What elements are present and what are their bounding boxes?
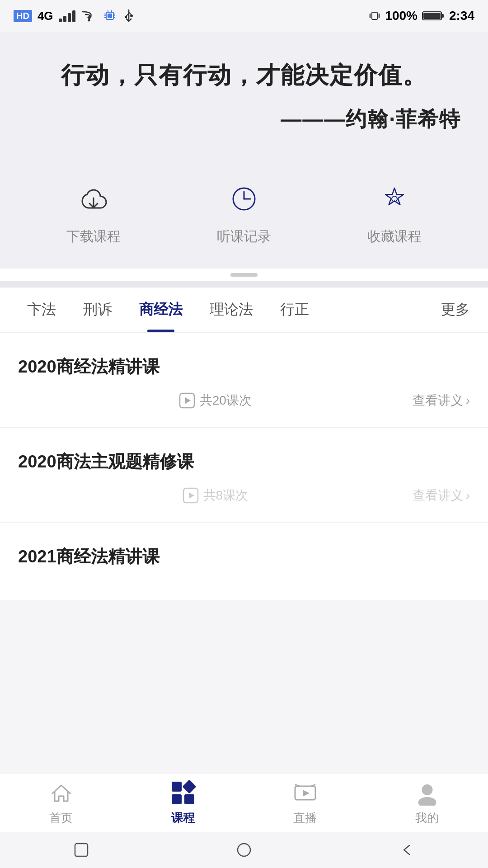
home-icon: [47, 779, 75, 807]
svg-rect-21: [441, 14, 444, 18]
chevron-right-icon: ›: [466, 393, 470, 408]
course-handout-link[interactable]: 查看讲义 ›: [413, 392, 470, 409]
svg-point-45: [238, 844, 250, 856]
course-meta: 共20课次 查看讲义 ›: [18, 392, 470, 409]
chip-icon: [103, 9, 117, 23]
tab-minfa[interactable]: 卞法: [14, 288, 70, 332]
svg-rect-22: [423, 13, 441, 19]
course-title: 2020商法主观题精修课: [18, 450, 470, 473]
course-item: 2021商经法精讲课: [0, 523, 488, 600]
svg-rect-35: [184, 794, 194, 804]
svg-rect-17: [372, 12, 377, 19]
svg-point-0: [88, 19, 90, 22]
scroll-dot: [230, 273, 258, 277]
svg-marker-29: [185, 397, 191, 404]
tab-shangjingfa[interactable]: 商经法: [126, 288, 196, 332]
svg-rect-32: [172, 782, 182, 792]
nav-course-label: 课程: [171, 810, 195, 826]
time-display: 2:34: [449, 9, 474, 23]
wifi-icon: [81, 9, 97, 22]
svg-point-43: [418, 797, 436, 806]
network-4g: 4G: [38, 9, 53, 23]
tab-xingzheng[interactable]: 行正: [267, 288, 323, 332]
android-square-btn[interactable]: [68, 836, 95, 863]
category-tabs: 卞法 刑诉 商经法 理论法 行正 更多: [0, 288, 488, 333]
live-icon: [291, 779, 319, 807]
course-lessons: 共20课次: [179, 392, 252, 409]
vibrate-icon: [369, 9, 380, 23]
nav-mine[interactable]: 我的: [382, 779, 472, 826]
nav-mine-label: 我的: [415, 810, 439, 826]
svg-rect-15: [125, 16, 127, 18]
download-label: 下载课程: [66, 227, 121, 246]
course-handout-link[interactable]: 查看讲义 ›: [413, 487, 470, 504]
quick-actions: 下载课程 听课记录 收藏课程: [0, 156, 488, 269]
svg-rect-2: [108, 14, 112, 18]
tab-lilunfa[interactable]: 理论法: [196, 288, 267, 332]
play-icon: [183, 487, 199, 504]
user-icon: [413, 779, 441, 807]
svg-rect-34: [172, 794, 182, 804]
favorites-label: 收藏课程: [367, 227, 422, 246]
battery-icon: [422, 10, 445, 22]
clock-icon: [224, 179, 264, 219]
svg-marker-31: [189, 492, 194, 499]
course-icon: [169, 779, 197, 807]
nav-live[interactable]: 直播: [260, 779, 350, 826]
android-back-btn[interactable]: [393, 836, 420, 863]
course-lessons: 共8课次: [183, 487, 249, 504]
svg-point-42: [422, 784, 432, 795]
star-icon: [374, 179, 415, 219]
status-bar: HD 4G: [0, 0, 488, 32]
nav-course[interactable]: 课程: [138, 779, 228, 826]
hd-badge: HD: [14, 10, 32, 22]
svg-rect-33: [182, 779, 196, 793]
course-meta: 共8课次 查看讲义 ›: [18, 487, 470, 504]
nav-live-label: 直播: [293, 810, 317, 826]
quote-author: ———约翰·菲希特: [27, 105, 461, 133]
course-item: 2020商法主观题精修课 共8课次 查看讲义 ›: [0, 428, 488, 523]
quote-main: 行动，只有行动，才能决定价值。: [27, 59, 461, 92]
usb-icon: [122, 9, 135, 23]
favorites-action[interactable]: 收藏课程: [367, 179, 422, 246]
history-label: 听课记录: [217, 227, 271, 246]
history-action[interactable]: 听课记录: [217, 179, 271, 246]
hero-section: 行动，只有行动，才能决定价值。 ———约翰·菲希特: [0, 32, 488, 156]
course-title: 2021商经法精讲课: [18, 545, 470, 568]
section-divider: [0, 281, 488, 288]
nav-home[interactable]: 首页: [16, 779, 106, 826]
signal-icon: [59, 9, 75, 22]
status-right: 100% 2:34: [369, 9, 474, 23]
svg-rect-44: [75, 844, 88, 856]
bottom-nav: 首页 课程 直播: [0, 773, 488, 832]
nav-home-label: 首页: [49, 810, 73, 826]
tab-xingsu[interactable]: 刑诉: [70, 288, 126, 332]
download-action[interactable]: 下载课程: [66, 179, 121, 246]
chevron-right-icon: ›: [466, 488, 470, 503]
play-icon: [179, 392, 195, 409]
status-left: HD 4G: [14, 9, 135, 23]
tab-more[interactable]: 更多: [436, 300, 474, 320]
course-item: 2020商经法精讲课 共20课次 查看讲义 ›: [0, 333, 488, 428]
cloud-download-icon: [73, 179, 114, 219]
svg-marker-39: [303, 790, 310, 797]
scroll-indicator: [0, 269, 488, 281]
course-title: 2020商经法精讲课: [18, 355, 470, 378]
android-nav-bar: [0, 832, 488, 868]
battery-percent: 100%: [385, 9, 418, 23]
android-home-btn[interactable]: [230, 836, 258, 863]
course-list: 2020商经法精讲课 共20课次 查看讲义 › 2020商法主观题精修课: [0, 333, 488, 600]
